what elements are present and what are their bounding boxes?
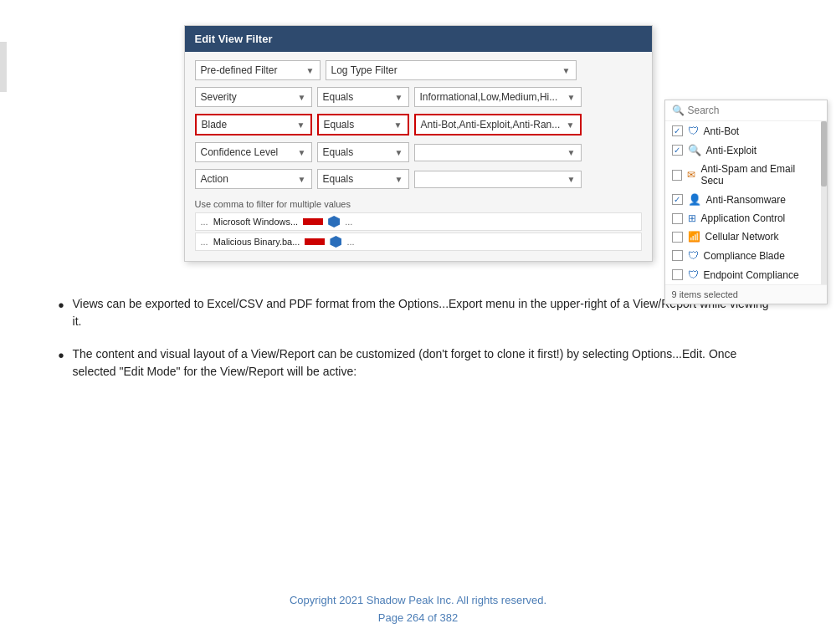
list-item[interactable]: 🛡 Compliance Blade	[665, 246, 827, 265]
chevron-down-icon: ▼	[306, 66, 315, 75]
margin-tab	[0, 42, 7, 92]
list-item[interactable]: 🛡 Endpoint Compliance	[665, 265, 827, 284]
cellular-icon: 📶	[688, 231, 700, 243]
checkbox-anti-ransomware[interactable]: ✓	[672, 194, 683, 205]
item-label: Cellular Network	[705, 231, 779, 243]
page-footer: Copyright 2021 Shadow Peak Inc. All righ…	[0, 592, 836, 627]
chevron-down-icon: ▼	[395, 148, 403, 157]
item-label: Compliance Blade	[704, 250, 785, 262]
chevron-down-icon: ▼	[395, 93, 403, 102]
blade-dropdown-panel: 🔍 ✓ 🛡 Anti-Bot ✓ 🔍 Anti-Exploit	[664, 100, 828, 304]
confidence-field-select[interactable]: Confidence Level ▼	[195, 142, 312, 162]
shield-icon	[328, 216, 340, 227]
list-item[interactable]: ⊞ Application Control	[665, 209, 827, 227]
list-item[interactable]: ✓ 🛡 Anti-Bot	[665, 121, 827, 141]
dialog-title: Edit View Filter	[185, 26, 652, 52]
action-row: Action ▼ Equals ▼ ▼	[195, 169, 642, 189]
envelope-icon: ✉	[687, 169, 695, 181]
item-label: Anti-Spam and Email Secu	[700, 163, 819, 187]
ms-windows-label: Microsoft Windows...	[213, 217, 298, 227]
checkbox-anti-bot[interactable]: ✓	[672, 125, 683, 136]
severity-value-select[interactable]: Informational,Low,Medium,Hi... ▼	[414, 87, 582, 107]
chevron-down-icon: ▼	[567, 175, 576, 184]
row-dots-left: ...	[201, 237, 208, 247]
chevron-down-icon: ▼	[395, 175, 403, 184]
bullet-item-2: • The content and visual layout of a Vie…	[59, 345, 778, 381]
row-dots-right: ...	[345, 217, 352, 227]
chevron-down-icon: ▼	[567, 93, 576, 102]
bullet-dot: •	[59, 344, 64, 367]
item-label: Anti-Bot	[704, 125, 740, 137]
chevron-down-icon: ▼	[394, 120, 403, 130]
chevron-down-icon: ▼	[298, 175, 306, 184]
scrollbar-thumb[interactable]	[821, 121, 827, 187]
confidence-operator-select[interactable]: Equals ▼	[317, 142, 409, 162]
action-operator-select[interactable]: Equals ▼	[317, 169, 409, 189]
chevron-down-icon: ▼	[567, 120, 575, 130]
chevron-down-icon: ▼	[567, 148, 576, 157]
list-item[interactable]: ✓ 🔍 Anti-Exploit	[665, 141, 827, 160]
predefined-filter-row: Pre-defined Filter ▼ Log Type Filter ▼	[195, 60, 642, 80]
blade-value-select[interactable]: Anti-Bot,Anti-Exploit,Anti-Ran... ▼	[414, 114, 582, 135]
search-icon: 🔍	[688, 144, 701, 156]
bullet-dot: •	[59, 294, 64, 317]
dropdown-list: ✓ 🛡 Anti-Bot ✓ 🔍 Anti-Exploit ✉ A	[665, 121, 827, 284]
malicious-binary-label: Malicious Binary.ba...	[213, 237, 300, 247]
blade-row: Blade ▼ Equals ▼ Anti-Bot,Anti-Exploit,A…	[195, 114, 642, 135]
predefined-filter-select[interactable]: Pre-defined Filter ▼	[195, 60, 321, 80]
dropdown-search-container: 🔍	[665, 100, 827, 121]
action-value-select[interactable]: ▼	[414, 171, 582, 188]
severity-bar	[305, 238, 325, 245]
table-row: ... Malicious Binary.ba... ...	[195, 233, 642, 251]
confidence-level-row: Confidence Level ▼ Equals ▼ ▼	[195, 142, 642, 162]
compliance-icon: 🛡	[688, 249, 699, 262]
blade-field-select[interactable]: Blade ▼	[195, 114, 312, 135]
severity-bar	[303, 218, 323, 225]
row-dots-left: ...	[201, 217, 208, 227]
item-label: Anti-Ransomware	[706, 194, 786, 206]
list-item[interactable]: 📶 Cellular Network	[665, 227, 827, 246]
severity-row: Severity ▼ Equals ▼ Informational,Low,Me…	[195, 87, 642, 107]
severity-operator-select[interactable]: Equals ▼	[317, 87, 409, 107]
item-label: Anti-Exploit	[706, 145, 757, 156]
checkbox-compliance[interactable]	[672, 250, 683, 261]
item-label: Application Control	[701, 212, 786, 224]
chevron-down-icon: ▼	[298, 93, 306, 102]
checkbox-endpoint[interactable]	[672, 269, 683, 280]
checkbox-anti-spam[interactable]	[672, 170, 683, 181]
log-type-filter-select[interactable]: Log Type Filter ▼	[326, 60, 577, 80]
checkbox-cellular[interactable]	[672, 232, 683, 243]
severity-field-select[interactable]: Severity ▼	[195, 87, 312, 107]
page-number: Page 264 of 382	[0, 610, 836, 627]
content-section: • Views can be exported to Excel/CSV and…	[59, 295, 778, 396]
dropdown-footer: 9 items selected	[665, 284, 827, 304]
item-label: Endpoint Compliance	[704, 269, 799, 281]
row-dots-right: ...	[346, 237, 354, 247]
list-item[interactable]: ✉ Anti-Spam and Email Secu	[665, 160, 827, 190]
copyright-line: Copyright 2021 Shadow Peak Inc. All righ…	[0, 592, 836, 610]
blade-operator-select[interactable]: Equals ▼	[317, 114, 409, 135]
chevron-down-icon: ▼	[298, 148, 306, 157]
shield-icon: 🛡	[688, 125, 699, 137]
chevron-down-icon: ▼	[562, 66, 571, 75]
checkbox-app-control[interactable]	[672, 213, 683, 224]
person-icon: 👤	[688, 193, 701, 206]
chevron-down-icon: ▼	[297, 120, 305, 130]
list-item[interactable]: ✓ 👤 Anti-Ransomware	[665, 190, 827, 209]
bullet-text-2: The content and visual layout of a View/…	[73, 345, 778, 381]
shield-icon	[330, 236, 341, 248]
scrollbar[interactable]	[821, 121, 827, 284]
grid-icon: ⊞	[688, 212, 696, 224]
edit-view-filter-dialog: Edit View Filter Pre-defined Filter ▼ Lo…	[184, 25, 653, 262]
confidence-value-select[interactable]: ▼	[414, 144, 582, 161]
checkbox-anti-exploit[interactable]: ✓	[672, 145, 683, 156]
comma-filter-note: Use comma to filter for multiple values	[195, 196, 642, 212]
endpoint-icon: 🛡	[688, 268, 699, 281]
action-field-select[interactable]: Action ▼	[195, 169, 312, 189]
search-icon: 🔍	[672, 105, 685, 116]
table-row: ... Microsoft Windows... ...	[195, 212, 642, 231]
search-input[interactable]	[688, 105, 820, 116]
